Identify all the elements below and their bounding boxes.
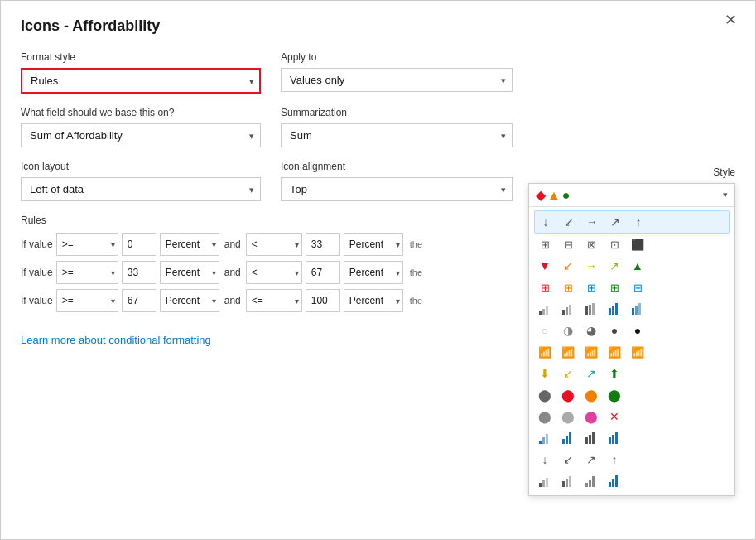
field-base-select[interactable]: Sum of Affordability — [21, 123, 261, 147]
rule2-type2-select[interactable]: PercentNumber — [344, 261, 403, 284]
icon-grid-row-1[interactable]: ↓ ↙ → ↗ ↑ — [534, 210, 730, 234]
icon-bar-3 — [580, 300, 602, 318]
icon-orange-downleft: ↙ — [557, 364, 579, 383]
icon-gray2-circle: ⬤ — [557, 407, 579, 426]
svg-rect-17 — [546, 434, 548, 444]
svg-rect-11 — [615, 303, 618, 315]
icon-colored-grid-4: ⊞ — [604, 278, 625, 297]
style-panel: ◆ ▲ ● ▾ ↓ ↙ → ↗ ↑ ⊞ ⊟ ⊠ ⊡ ⬛ — [528, 183, 735, 496]
icon-layout-select[interactable]: Left of data Right of data — [21, 177, 261, 201]
icon-circle-full: ● — [604, 321, 625, 340]
rule3-value2-input[interactable] — [306, 289, 340, 312]
icon-grid-row-5[interactable] — [534, 298, 730, 320]
format-style-label: Format style — [21, 51, 261, 63]
icon-arrow-up-1: ↑ — [628, 213, 649, 231]
icon-circle-black: ● — [627, 321, 648, 340]
rule2-and-label: and — [223, 267, 243, 278]
style-selected-row[interactable]: ◆ ▲ ● ▾ — [529, 184, 734, 207]
icon-grid-row-7[interactable]: 📶 📶 📶 📶 📶 — [534, 341, 730, 363]
rule1-value2-input[interactable] — [306, 233, 340, 256]
icon-green-up: ⬆ — [604, 364, 625, 383]
icon-empty-11 — [627, 429, 648, 447]
icon-empty-9 — [627, 386, 648, 404]
icon-colored-up: ▲ — [627, 257, 648, 275]
icon-colored-right: → — [580, 257, 602, 275]
svg-rect-0 — [539, 311, 542, 315]
summarization-label: Summarization — [281, 107, 513, 118]
rule2-value1-input[interactable] — [122, 261, 156, 284]
svg-rect-19 — [566, 436, 568, 444]
rule1-comp-select[interactable]: <<=>>= — [246, 233, 302, 256]
icon-diamond-red: ◆ — [536, 187, 546, 203]
icon-colored-bar-2 — [557, 429, 579, 447]
svg-rect-7 — [589, 305, 591, 315]
icon-bar-2 — [557, 300, 579, 318]
rule2-comp-select[interactable]: <<=> — [246, 261, 302, 284]
rule3-value1-input[interactable] — [122, 289, 156, 312]
icon-plain-downleft: ↙ — [557, 451, 579, 469]
icon-grid-row-12[interactable]: ↓ ↙ ↗ ↑ — [534, 449, 730, 470]
rule2-op-select[interactable]: >=>< — [56, 261, 118, 284]
svg-rect-36 — [609, 482, 611, 487]
summarization-select[interactable]: Sum Average — [281, 123, 513, 147]
svg-rect-5 — [569, 305, 571, 315]
rule2-type1-select[interactable]: PercentNumber — [160, 261, 219, 284]
svg-rect-34 — [589, 480, 591, 487]
svg-rect-21 — [585, 437, 588, 444]
rule1-op-select[interactable]: >=><<= — [56, 233, 118, 256]
svg-rect-10 — [612, 306, 614, 315]
learn-more-link[interactable]: Learn more about conditional formatting — [21, 334, 211, 346]
icon-signal-5: 📶 — [627, 343, 648, 361]
rule3-comp-select[interactable]: <=<> — [246, 289, 302, 312]
svg-rect-3 — [562, 310, 565, 315]
icon-colored-grid-5: ⊞ — [627, 278, 648, 297]
icon-grid-row-9[interactable]: ⬤ ⬤ ⬤ ⬤ — [534, 384, 730, 406]
rule1-type2-select[interactable]: PercentNumber — [344, 233, 403, 256]
rule1-value1-input[interactable] — [122, 233, 156, 256]
field-base-wrapper: Sum of Affordability ▾ — [21, 123, 261, 147]
rule3-type1-select[interactable]: PercentNumber — [160, 289, 219, 312]
rule3-type2-select[interactable]: PercentNumber — [344, 289, 403, 312]
svg-rect-12 — [632, 308, 634, 315]
icon-grid-row-8[interactable]: ⬇ ↙ ↗ ⬆ — [534, 363, 730, 384]
icon-layout-wrapper: Left of data Right of data ▾ — [21, 177, 261, 201]
apply-to-label: Apply to — [281, 51, 513, 63]
svg-rect-32 — [569, 476, 571, 487]
icon-signal-1: 📶 — [534, 343, 556, 361]
icon-grid-row-6[interactable]: ○ ◑ ◕ ● ● — [534, 320, 730, 341]
icon-grid-row-10[interactable]: ⬤ ⬤ ⬤ ✕ — [534, 406, 730, 427]
icon-grid-4: ⊡ — [604, 235, 625, 253]
svg-rect-23 — [592, 432, 595, 444]
icon-grid-2: ⊟ — [557, 235, 579, 253]
icon-grid-row-13[interactable] — [534, 470, 730, 492]
icon-bar-1 — [534, 300, 556, 318]
apply-to-select[interactable]: Values only Totals — [281, 68, 513, 92]
icon-orange-down: ⬇ — [534, 364, 556, 383]
icon-grid: ↓ ↙ → ↗ ↑ ⊞ ⊟ ⊠ ⊡ ⬛ ▼ ↙ → ↗ ▲ — [529, 207, 734, 495]
icon-empty-8 — [627, 364, 648, 383]
icon-grid-row-3[interactable]: ▼ ↙ → ↗ ▲ — [534, 255, 730, 277]
icon-grid-row-11[interactable] — [534, 427, 730, 449]
svg-rect-24 — [609, 437, 611, 444]
svg-rect-26 — [615, 432, 618, 444]
icon-arrow-downleft-1: ↙ — [558, 213, 580, 231]
svg-rect-6 — [585, 306, 588, 315]
format-style-select[interactable]: Rules Gradient — [21, 68, 261, 94]
close-button[interactable]: ✕ — [720, 11, 742, 29]
rule3-op-select[interactable]: >=>< — [56, 289, 118, 312]
rule1-type1-select[interactable]: PercentNumber — [160, 233, 219, 256]
rule2-value2-input[interactable] — [306, 261, 340, 284]
icon-last-bar-2 — [557, 472, 579, 490]
rule2-then-label: the — [410, 268, 422, 277]
icon-alignment-label: Icon alignment — [281, 161, 513, 172]
icon-alignment-wrapper: Top Middle Bottom ▾ — [281, 177, 513, 201]
svg-rect-18 — [562, 439, 565, 444]
icon-colored-bar-1 — [534, 429, 556, 447]
icon-colored-downleft: ↙ — [557, 257, 579, 275]
icon-grid-row-2[interactable]: ⊞ ⊟ ⊠ ⊡ ⬛ — [534, 234, 730, 255]
svg-rect-38 — [615, 475, 618, 487]
icon-grid-row-4[interactable]: ⊞ ⊞ ⊞ ⊞ ⊞ — [534, 277, 730, 298]
svg-rect-16 — [542, 437, 545, 444]
icon-alignment-select[interactable]: Top Middle Bottom — [281, 177, 513, 201]
icon-teal-upright: ↗ — [580, 364, 602, 383]
